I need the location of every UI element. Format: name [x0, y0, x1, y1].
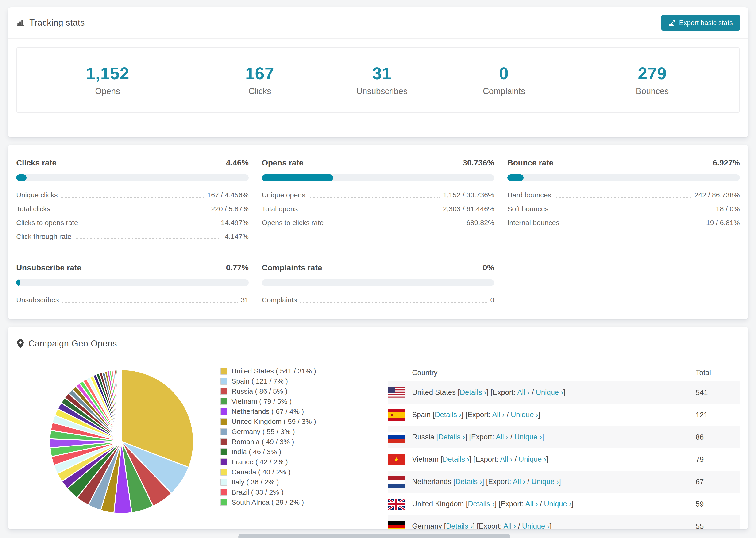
stat-label: Internal bounces — [507, 219, 560, 226]
export-unique-link[interactable]: Unique › — [544, 500, 571, 508]
stat-row-unique-clicks: Unique clicks167 / 4.456% — [16, 188, 249, 201]
legend-item-spain: Spain ( 121 / 7% ) — [220, 376, 380, 386]
stat-value: 19 / 6.81% — [706, 219, 740, 226]
legend-label: Germany ( 55 / 3% ) — [232, 428, 295, 436]
export-all-link[interactable]: All › — [503, 522, 516, 529]
link-separator: / — [508, 433, 514, 441]
total-value: 55 — [696, 522, 740, 529]
country-name: Netherlands [ — [412, 477, 455, 486]
pie-slice-other-36 — [121, 370, 122, 442]
stat-row-unique-opens: Unique opens1,152 / 30.736% — [262, 188, 494, 201]
legend-swatch — [220, 398, 227, 405]
progress-bar-opens-rate — [262, 174, 494, 181]
export-unique-link[interactable]: Unique › — [531, 477, 559, 486]
geo-table: Country Total United States [Details ›] … — [388, 364, 740, 529]
details-link[interactable]: Details › — [438, 433, 465, 441]
rate-value: 4.46% — [226, 158, 249, 167]
legend-swatch — [220, 438, 227, 445]
export-basic-stats-button[interactable]: Export basic stats — [661, 15, 740, 30]
summary-value: 1,152 — [86, 64, 129, 83]
legend-swatch — [220, 468, 227, 476]
legend-item-germany: Germany ( 55 / 3% ) — [220, 426, 380, 437]
rate-title: Clicks rate — [16, 158, 57, 167]
total-value: 79 — [696, 456, 740, 464]
details-link[interactable]: Details › — [446, 522, 473, 529]
tracking-stats-header: Tracking stats Export basic stats — [8, 7, 748, 39]
export-all-link[interactable]: All › — [513, 477, 525, 486]
progress-bar-unsubscribe-rate — [16, 279, 249, 286]
country-name: Germany [ — [412, 522, 446, 529]
legend-label: United States ( 541 / 31% ) — [232, 367, 316, 375]
tracking-stats-card: Tracking stats Export basic stats 1,152O… — [8, 7, 748, 137]
legend-label: India ( 46 / 3% ) — [232, 448, 281, 456]
country-column-header: Country — [388, 368, 696, 377]
stat-label: Total clicks — [16, 205, 50, 212]
legend-label: Canada ( 40 / 2% ) — [232, 468, 291, 476]
stat-row-internal-bounces: Internal bounces19 / 6.81% — [507, 215, 740, 229]
rate-title: Bounce rate — [507, 158, 554, 167]
details-link[interactable]: Details › — [468, 500, 495, 508]
rates-grid: Clicks rate4.46%Unique clicks167 / 4.456… — [16, 158, 740, 306]
legend-label: France ( 42 / 2% ) — [232, 458, 288, 466]
export-unique-link[interactable]: Unique › — [511, 410, 538, 419]
spain-flag-icon — [388, 409, 405, 421]
stat-label: Clicks to opens rate — [16, 219, 78, 226]
geo-table-header: Country Total — [388, 364, 740, 381]
export-all-link[interactable]: All › — [492, 410, 505, 419]
country-name: Spain [ — [412, 410, 435, 419]
link-separator: / — [525, 477, 531, 486]
export-unique-link[interactable]: Unique › — [522, 522, 550, 529]
summary-value: 0 — [499, 64, 509, 83]
stat-row-total-clicks: Total clicks220 / 5.87% — [16, 201, 249, 215]
stat-row-clicks-to-opens-rate: Clicks to opens rate14.497% — [16, 215, 249, 229]
details-link[interactable]: Details › — [435, 410, 461, 419]
rate-block-opens-rate: Opens rate30.736%Unique opens1,152 / 30.… — [262, 158, 494, 243]
link-separator: / — [505, 410, 511, 419]
legend-item-russia: Russia ( 86 / 5% ) — [220, 386, 380, 396]
details-link[interactable]: Details › — [443, 455, 469, 463]
rate-block-complaints-rate: Complaints rate0%Complaints0 — [262, 263, 494, 306]
export-all-link[interactable]: All › — [500, 455, 513, 463]
legend-swatch — [220, 378, 227, 385]
link-separator: / — [516, 522, 522, 529]
export-unique-link[interactable]: Unique › — [536, 388, 563, 397]
total-value: 59 — [696, 500, 740, 509]
legend-item-united-states: United States ( 541 / 31% ) — [220, 366, 380, 376]
export-all-link[interactable]: All › — [496, 433, 508, 441]
stat-value: 0 — [490, 296, 494, 303]
bracket-close: ] — [550, 522, 552, 529]
export-label: ] [Export: — [473, 522, 503, 529]
country-name: Russia [ — [412, 433, 438, 441]
legend-item-south-africa: South Africa ( 29 / 2% ) — [220, 497, 380, 507]
stat-row-hard-bounces: Hard bounces242 / 86.738% — [507, 188, 740, 201]
export-unique-link[interactable]: Unique › — [519, 455, 546, 463]
stat-value: 2,303 / 61.446% — [443, 205, 494, 212]
details-link[interactable]: Details › — [455, 477, 482, 486]
stat-value: 167 / 4.456% — [207, 191, 249, 198]
export-unique-link[interactable]: Unique › — [514, 433, 542, 441]
pie-legend: United States ( 541 / 31% )Spain ( 121 /… — [220, 364, 380, 507]
rate-value: 0% — [483, 263, 494, 272]
export-all-link[interactable]: All › — [525, 500, 538, 508]
summary-unsubscribes: 31Unsubscribes — [321, 48, 443, 112]
details-link[interactable]: Details › — [460, 388, 486, 397]
legend-item-vietnam: Vietnam ( 79 / 5% ) — [220, 396, 380, 406]
stat-value: 242 / 86.738% — [694, 191, 740, 198]
dotted-leader — [308, 197, 440, 198]
export-label: ] [Export: — [486, 388, 517, 397]
legend-swatch — [220, 368, 227, 375]
united-kingdom-flag-icon — [388, 499, 405, 510]
export-all-link[interactable]: All › — [517, 388, 530, 397]
bar-chart-icon — [16, 19, 25, 27]
country-name: United States [ — [412, 388, 460, 397]
bracket-close: ] — [546, 455, 548, 463]
total-value: 86 — [696, 433, 740, 442]
export-icon — [669, 19, 675, 26]
legend-label: South Africa ( 29 / 2% ) — [232, 498, 304, 506]
legend-label: Spain ( 121 / 7% ) — [232, 377, 288, 385]
summary-clicks: 167Clicks — [199, 48, 321, 112]
horizontal-scrollbar-thumb[interactable] — [238, 534, 511, 538]
summary-stats: 1,152Opens167Clicks31Unsubscribes0Compla… — [16, 47, 740, 113]
stat-row-unsubscribes: Unsubscribes31 — [16, 293, 249, 306]
geo-title: Campaign Geo Opens — [28, 339, 117, 349]
